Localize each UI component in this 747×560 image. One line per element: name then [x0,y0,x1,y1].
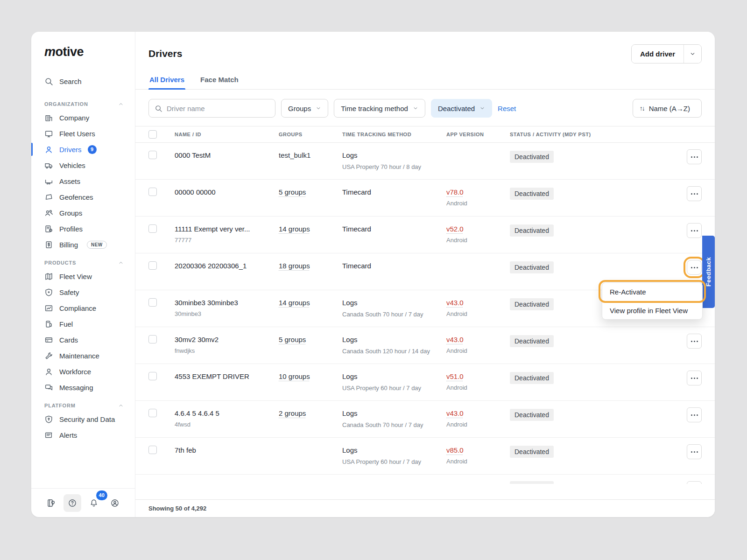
sidebar-item-label: Fleet Users [59,130,95,138]
sidebar-item-drivers[interactable]: Drivers9 [31,141,135,157]
bell-button[interactable]: 40 [85,494,103,512]
app-version-cell: v43.0Android [446,298,510,318]
sidebar-item-fleet-view[interactable]: Fleet View [31,268,135,284]
groups-link[interactable]: 5 groups [279,188,306,196]
status-cell: Deactivated [510,188,674,200]
motive-logo: motive [44,45,135,59]
search-icon [44,77,53,86]
app-version-link[interactable]: v43.0 [446,299,464,307]
groups-link[interactable]: 5 groups [279,336,306,343]
sidebar-section-header-organization[interactable]: ORGANIZATION [44,101,124,107]
groups-link[interactable]: 18 groups [279,262,310,270]
account-button[interactable] [106,494,124,512]
time-tracking-ruleset: USA Property 60 hour / 7 day [342,384,446,392]
sidebar-item-vehicles[interactable]: Vehicles [31,157,135,173]
add-driver-button[interactable]: Add driver [632,45,684,63]
driver-name-search [148,99,275,118]
app-version-link[interactable]: v43.0 [446,336,464,343]
feedback-tab[interactable]: Feedback [702,236,715,308]
row-checkbox[interactable] [148,261,157,270]
row-checkbox[interactable] [148,298,157,307]
chevron-up-icon [118,403,124,408]
sidebar-item-groups[interactable]: Groups [31,205,135,221]
row-checkbox[interactable] [148,335,157,343]
sidebar-item-safety[interactable]: Safety [31,284,135,300]
name-cell: 30mv2 30mv2fnwdjks [175,335,279,355]
row-actions-button[interactable] [687,223,702,238]
sidebar-item-fleet-users[interactable]: Fleet Users [31,126,135,141]
groups-link[interactable]: 14 groups [279,225,310,233]
sidebar-item-fuel[interactable]: Fuel [31,316,135,332]
checkbox-cell [148,372,175,380]
menu-item-view-profile-in-fleet-view[interactable]: View profile in Fleet View [602,301,702,319]
app-version-link[interactable]: v43.0 [446,409,464,417]
sidebar-item-profiles[interactable]: Profiles [31,221,135,237]
sidebar-item-assets[interactable]: Assets [31,173,135,189]
tab-face-match[interactable]: Face Match [199,71,240,89]
person-icon [44,367,53,376]
table-row-partial: Deactivated [135,475,715,484]
time-tracking-filter-dropdown[interactable]: Time tracking method [334,99,425,118]
sidebar-item-cards[interactable]: Cards [31,332,135,348]
checkbox-cell [148,224,175,233]
name-cell: 4553 EXEMPT DRIVER [175,372,279,381]
sidebar-item-workforce[interactable]: Workforce [31,364,135,379]
groups-cell: 18 groups [279,261,342,271]
groups-link[interactable]: 10 groups [279,372,310,380]
status-cell: Deactivated [510,475,674,484]
sidebar-item-security-and-data[interactable]: Security and Data [31,411,135,427]
sidebar-item-company[interactable]: Company [31,110,135,126]
row-actions-button[interactable] [687,149,702,164]
row-checkbox[interactable] [148,372,157,380]
menu-item-re-activate[interactable]: Re-Activate [602,283,702,301]
row-actions-button[interactable] [687,481,702,484]
groups-link[interactable]: 14 groups [279,299,310,307]
building-icon [44,113,53,122]
sidebar-item-alerts[interactable]: Alerts [31,427,135,443]
app-version-link[interactable]: v78.0 [446,188,464,196]
app-version-link[interactable]: v85.0 [446,446,464,454]
trailer-icon [44,177,53,186]
status-filter-dropdown[interactable]: Deactivated [431,99,492,118]
row-actions-button[interactable] [687,407,702,422]
help-button[interactable] [63,494,81,512]
sidebar-item-geofences[interactable]: Geofences [31,189,135,205]
column-name-id: NAME / ID [175,132,279,137]
groups-filter-dropdown[interactable]: Groups [281,99,328,118]
sidebar-item-messaging[interactable]: Messaging [31,379,135,395]
sort-dropdown[interactable]: ↑↓ Name (A→Z) [633,99,702,118]
groups-link[interactable]: 2 groups [279,409,306,417]
tab-all-drivers[interactable]: All Drivers [148,71,185,89]
row-checkbox[interactable] [148,188,157,196]
select-all-checkbox[interactable] [148,130,157,139]
driver-id: fnwdjks [175,347,279,355]
logbook-button[interactable] [42,494,60,512]
add-driver-caret-button[interactable] [684,45,701,63]
sidebar-section-header-products[interactable]: PRODUCTS [44,260,124,266]
row-checkbox[interactable] [148,224,157,233]
time-tracking-method: Timecard [342,188,446,197]
sidebar-item-billing[interactable]: BillingNEW [31,237,135,252]
time-tracking-method: Logs [342,372,446,381]
row-checkbox[interactable] [148,446,157,454]
name-cell: 4.6.4 5 4.6.4 54fwsd [175,409,279,429]
driver-name-input[interactable] [167,105,269,112]
row-checkbox[interactable] [148,409,157,417]
sidebar-section-header-platform[interactable]: PLATFORM [44,403,124,408]
sidebar-item-maintenance[interactable]: Maintenance [31,348,135,364]
row-actions-button[interactable] [687,444,702,459]
tab-bar: All Drivers Face Match [135,71,715,90]
sidebar-search[interactable]: Search [31,72,135,90]
card-icon [44,336,53,344]
table-row: 0000 TestMtest_bulk1LogsUSA Property 70 … [135,143,715,180]
sidebar-item-compliance[interactable]: Compliance [31,300,135,316]
status-cell: Deactivated [510,224,674,237]
row-actions-button[interactable] [687,186,702,201]
app-version-link[interactable]: v51.0 [446,372,464,380]
row-actions-button[interactable] [687,371,702,385]
app-version-link[interactable]: v52.0 [446,225,464,233]
row-actions-button[interactable] [687,260,702,275]
reset-filters-link[interactable]: Reset [498,105,516,112]
row-checkbox[interactable] [148,151,157,159]
row-actions-button[interactable] [687,334,702,349]
